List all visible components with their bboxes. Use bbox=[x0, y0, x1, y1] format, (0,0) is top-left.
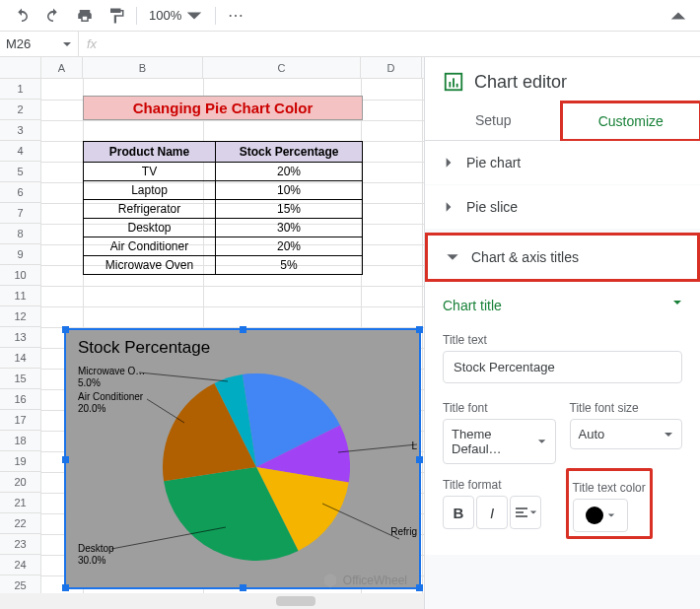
row-header[interactable]: 9 bbox=[0, 244, 40, 265]
row-header[interactable]: 18 bbox=[0, 431, 40, 451]
col-header[interactable]: A bbox=[41, 57, 83, 78]
chevron-right-icon bbox=[443, 157, 455, 169]
title-format-label: Title format bbox=[443, 472, 556, 496]
row-header[interactable]: 7 bbox=[0, 203, 40, 224]
row-header[interactable]: 4 bbox=[0, 141, 40, 162]
align-button[interactable] bbox=[510, 496, 541, 529]
title-font-label: Title font bbox=[443, 395, 556, 419]
collapse-toolbar-button[interactable] bbox=[666, 4, 690, 28]
row-header[interactable]: 12 bbox=[0, 306, 40, 327]
row-header[interactable]: 15 bbox=[0, 369, 40, 389]
table-row: Desktop30% bbox=[84, 219, 363, 237]
title-font-dropdown[interactable]: Theme Defaul… bbox=[443, 419, 556, 464]
chart-icon bbox=[443, 71, 464, 93]
row-header[interactable]: 24 bbox=[0, 555, 40, 575]
row-header[interactable]: 10 bbox=[0, 265, 40, 286]
chevron-right-icon bbox=[443, 201, 455, 213]
row-header[interactable]: 8 bbox=[0, 224, 40, 244]
chart-title: Stock Percentage bbox=[78, 338, 210, 358]
row-header[interactable]: 1 bbox=[0, 79, 40, 100]
title-font-size-label: Title font size bbox=[570, 395, 683, 419]
tab-setup[interactable]: Setup bbox=[425, 102, 562, 140]
row-header[interactable]: 13 bbox=[0, 327, 40, 348]
chart-label: Air Conditioner20.0% bbox=[78, 391, 143, 415]
tab-customize[interactable]: Customize bbox=[560, 101, 701, 142]
col-header[interactable]: B bbox=[83, 57, 203, 78]
sheet-title-cell: Changing Pie Chart Color bbox=[83, 96, 363, 120]
row-header[interactable]: 22 bbox=[0, 513, 40, 534]
title-font-size-dropdown[interactable]: Auto bbox=[570, 419, 683, 449]
row-header[interactable]: 21 bbox=[0, 493, 40, 513]
table-row: Laptop10% bbox=[84, 181, 363, 200]
table-row: TV20% bbox=[84, 163, 363, 181]
section-pie-slice[interactable]: Pie slice bbox=[425, 185, 700, 229]
svg-rect-8 bbox=[456, 84, 458, 88]
svg-line-4 bbox=[338, 444, 417, 452]
title-text-color-label: Title text color bbox=[573, 475, 646, 499]
table-row: Microwave Oven5% bbox=[84, 256, 363, 275]
chart-title-selector[interactable]: Chart title bbox=[443, 290, 682, 327]
chart-label: Refrig bbox=[390, 526, 417, 538]
formula-bar: M26 fx bbox=[0, 32, 700, 57]
title-text-input[interactable] bbox=[443, 351, 682, 383]
col-header[interactable]: C bbox=[203, 57, 361, 78]
italic-button[interactable]: I bbox=[476, 496, 508, 529]
chart-editor-header: Chart editor bbox=[425, 57, 700, 102]
table-row: Air Conditioner20% bbox=[84, 237, 363, 256]
spreadsheet[interactable]: A B C D 12345678910111213141516171819202… bbox=[0, 57, 424, 609]
table-row: Refrigerator15% bbox=[84, 200, 363, 219]
svg-rect-7 bbox=[453, 78, 455, 87]
data-table: Product NameStock Percentage TV20%Laptop… bbox=[83, 141, 363, 275]
redo-button[interactable] bbox=[41, 4, 65, 28]
section-pie-chart[interactable]: Pie chart bbox=[425, 141, 700, 184]
undo-button[interactable] bbox=[10, 4, 34, 28]
chevron-down-icon bbox=[446, 250, 459, 264]
horizontal-scrollbar[interactable] bbox=[0, 593, 424, 609]
title-text-color-picker[interactable] bbox=[573, 499, 628, 532]
svg-rect-6 bbox=[449, 82, 451, 88]
row-header[interactable]: 16 bbox=[0, 389, 40, 410]
name-box[interactable]: M26 bbox=[0, 32, 79, 56]
more-button[interactable]: ⋯ bbox=[224, 4, 247, 28]
cells-area[interactable]: Changing Pie Chart Color Product NameSto… bbox=[41, 79, 424, 593]
row-header[interactable]: 14 bbox=[0, 348, 40, 369]
row-header[interactable]: 6 bbox=[0, 182, 40, 203]
row-header[interactable]: 11 bbox=[0, 286, 40, 306]
chart-label: Desktop30.0% bbox=[78, 543, 114, 567]
row-header[interactable]: 23 bbox=[0, 534, 40, 555]
watermark: OfficeWheel bbox=[321, 572, 407, 589]
row-header[interactable]: 2 bbox=[0, 100, 40, 120]
chart-editor-panel: Chart editor Setup Customize Pie chart P… bbox=[424, 57, 700, 609]
row-header[interactable]: 25 bbox=[0, 575, 40, 593]
row-header[interactable]: 20 bbox=[0, 472, 40, 493]
col-header[interactable]: D bbox=[361, 57, 422, 78]
fx-label: fx bbox=[79, 36, 105, 51]
print-button[interactable] bbox=[73, 4, 97, 28]
paint-format-button[interactable] bbox=[105, 4, 128, 28]
row-header[interactable]: 17 bbox=[0, 410, 40, 431]
embedded-chart[interactable]: Stock Percentage Microwave O…5.0% Air Co… bbox=[64, 328, 421, 589]
title-text-label: Title text bbox=[443, 327, 682, 351]
row-header[interactable]: 3 bbox=[0, 120, 40, 141]
bold-button[interactable]: B bbox=[443, 496, 474, 529]
select-all-corner[interactable] bbox=[0, 57, 41, 78]
chevron-down-icon bbox=[672, 298, 682, 307]
row-header[interactable]: 5 bbox=[0, 162, 40, 182]
toolbar: 100% ⋯ bbox=[0, 0, 700, 32]
row-headers: 1234567891011121314151617181920212223242… bbox=[0, 79, 41, 593]
chart-label: L bbox=[411, 440, 417, 452]
section-chart-axis-titles[interactable]: Chart & axis titles bbox=[425, 233, 700, 282]
zoom-dropdown[interactable]: 100% bbox=[145, 7, 207, 25]
chart-label: Microwave O…5.0% bbox=[78, 366, 145, 389]
row-header[interactable]: 19 bbox=[0, 451, 40, 472]
